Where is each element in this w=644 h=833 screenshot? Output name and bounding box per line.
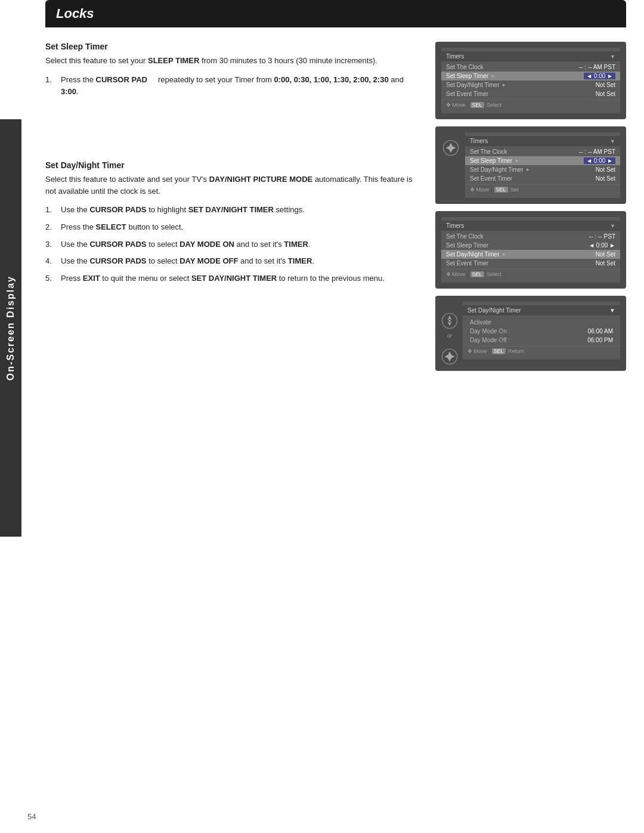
menu-row: Set Event Timer Not Set — [465, 174, 620, 183]
menu-row: Set The Clock -- : -- PST — [441, 232, 620, 241]
sleep-timer-title: Set Sleep Timer — [45, 42, 421, 51]
day-night-intro: Select this feature to activate and set … — [45, 174, 421, 197]
step-item: 3. Use the CURSOR PADS to select DAY MOD… — [45, 239, 421, 251]
submenu-row: Activate — [463, 318, 620, 327]
sleep-timer-section: Set Sleep Timer Select this feature to s… — [45, 42, 421, 98]
section-spacer2 — [45, 125, 421, 137]
menu-row: Set Day/Night Timer ► Not Set — [441, 80, 620, 89]
day-night-steps: 1. Use the CURSOR PADS to highlight SET … — [45, 204, 421, 285]
content-area: Set Sleep Timer Select this feature to s… — [45, 27, 626, 371]
cursor-icon-2 — [441, 312, 458, 329]
menu-footer-4: ❖ Move SEL Return — [463, 346, 620, 356]
menu-footer-3: ❖ Move SEL Select — [441, 269, 620, 279]
cursor-icon-3 — [441, 348, 458, 365]
section-spacer — [45, 113, 421, 125]
submenu-row: Day Mode On : 06:00 AM — [463, 327, 620, 336]
day-night-title: Set Day/Night Timer — [45, 160, 421, 170]
left-column: Set Sleep Timer Select this feature to s… — [45, 42, 421, 371]
main-content: Locks Set Sleep Timer Select this featur… — [27, 0, 644, 407]
menu-row-selected: Set Day/Night Timer ► Not Set — [441, 250, 620, 259]
sleep-timer-intro: Select this feature to set your SLEEP TI… — [45, 55, 421, 67]
menu-box-3: Timers ▼ Set The Clock -- : -- PST Set S… — [441, 217, 620, 283]
menu-row: Set Day/Night Timer ► Not Set — [465, 165, 620, 174]
screen-panel-2: Timers ▼ Set The Clock -- : -- AM PST Se… — [435, 126, 626, 204]
icon-group: or — [441, 306, 458, 365]
section-spacer3 — [45, 137, 421, 148]
step-item: 4. Use the CURSOR PADS to select DAY MOD… — [45, 255, 421, 268]
svg-point-9 — [448, 320, 451, 322]
day-night-section: Set Day/Night Timer Select this feature … — [45, 160, 421, 285]
cursor-icon-1 — [441, 138, 460, 157]
menu-header-1: Timers ▼ — [441, 51, 620, 61]
screen-panel-3: Timers ▼ Set The Clock -- : -- PST Set S… — [435, 211, 626, 289]
sidebar-label: On-Screen Display — [0, 119, 21, 537]
submenu-row: Day Mode Off : 06:00 PM — [463, 336, 620, 345]
menu-footer-2: ❖ Move SEL Set — [465, 184, 620, 194]
svg-point-5 — [450, 147, 452, 149]
sleep-timer-steps: 1. Press the CURSOR PAD repeatedly to se… — [45, 74, 421, 99]
menu-row: Set The Clock -- : -- AM PST — [465, 147, 620, 156]
submenu-box-4: Set Day/Night Timer ▼ Activate Day Mode … — [463, 302, 620, 360]
step-item: 1. Press the CURSOR PAD repeatedly to se… — [45, 74, 421, 99]
menu-box-1: Timers ▼ Set The Clock -- : -- AM PST Se… — [441, 48, 620, 113]
submenu-header-4: Set Day/Night Timer ▼ — [463, 305, 620, 315]
menu-row-selected: Set Sleep Timer ► ◄ 0:00 ► — [441, 72, 620, 80]
menu-footer-1: ❖ Move SEL Select — [441, 100, 620, 110]
or-label: or — [441, 333, 458, 339]
header-bar: Locks — [45, 0, 626, 27]
screen-panel-1: Timers ▼ Set The Clock -- : -- AM PST Se… — [435, 42, 626, 119]
menu-row: Set Event Timer Not Set — [441, 89, 620, 98]
step-item: 2. Press the SELECT button to select. — [45, 221, 421, 234]
page-number: 54 — [27, 812, 36, 821]
right-column: Timers ▼ Set The Clock -- : -- AM PST Se… — [435, 42, 626, 371]
menu-header-2: Timers ▼ — [465, 136, 620, 146]
menu-row: Set Event Timer Not Set — [441, 259, 620, 268]
step-item: 1. Use the CURSOR PADS to highlight SET … — [45, 204, 421, 216]
page-title: Locks — [56, 6, 615, 21]
svg-point-15 — [448, 355, 451, 358]
svg-marker-7 — [448, 316, 452, 320]
step-item: 5. Press EXIT to quit the menu or select… — [45, 272, 421, 285]
menu-row: Set The Clock -- : -- AM PST — [441, 63, 620, 72]
menu-row-selected: Set Sleep Timer ► ◄ 0:00 ► — [465, 156, 620, 165]
svg-marker-8 — [448, 321, 452, 326]
menu-row: Set Sleep Timer ◄ 0:00 ► — [441, 241, 620, 250]
screen-panel-4: or Set Day/Night Time — [435, 296, 626, 371]
menu-header-3: Timers ▼ — [441, 221, 620, 231]
menu-box-2: Timers ▼ Set The Clock -- : -- AM PST Se… — [465, 132, 620, 198]
